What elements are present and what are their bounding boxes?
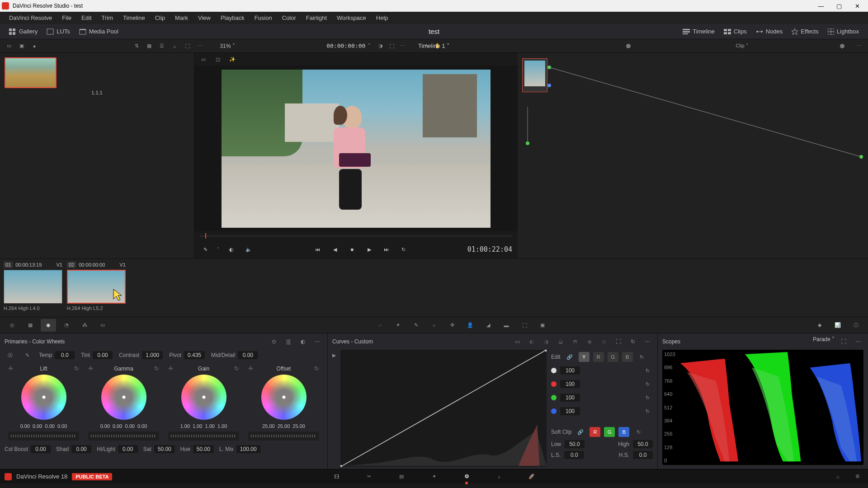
clips-button[interactable]: Clips bbox=[719, 25, 751, 38]
magic-mask-icon[interactable]: 👤 bbox=[462, 319, 478, 332]
lift-reset-icon[interactable]: ↻ bbox=[74, 365, 79, 372]
curves-hvl-icon[interactable]: ◒ bbox=[555, 336, 566, 347]
softclip-b[interactable]: B bbox=[618, 427, 629, 437]
sat-value[interactable]: 50.00 bbox=[154, 445, 175, 453]
media-page-icon[interactable]: 🎞 bbox=[330, 472, 342, 482]
cut-page-icon[interactable]: ✂ bbox=[363, 472, 375, 482]
intensity-red[interactable]: 100 bbox=[560, 380, 580, 388]
viewer-timecode[interactable]: 01:00:22:04 bbox=[467, 245, 512, 253]
gain-reset-icon[interactable]: ↻ bbox=[234, 365, 239, 372]
reset-white-icon[interactable]: ↻ bbox=[642, 365, 653, 376]
bars-mode-icon[interactable]: ||| bbox=[283, 336, 294, 347]
gain-picker-icon[interactable]: ✛ bbox=[168, 365, 173, 372]
3d-icon[interactable]: ▣ bbox=[535, 319, 550, 332]
reset-red-icon[interactable]: ↻ bbox=[642, 379, 653, 389]
gamma-val-3[interactable]: 0.00 bbox=[137, 423, 147, 429]
gamma-reset-icon[interactable]: ↻ bbox=[154, 365, 159, 372]
still-grab-icon[interactable]: ▭ bbox=[4, 41, 14, 52]
node-graph[interactable] bbox=[518, 53, 868, 258]
gallery-button[interactable]: Gallery bbox=[5, 25, 42, 38]
picker-icon[interactable]: ✎ bbox=[200, 244, 211, 255]
menu-file[interactable]: File bbox=[57, 13, 76, 23]
gain-jog[interactable] bbox=[168, 432, 239, 441]
blur-icon[interactable]: ◢ bbox=[481, 319, 496, 332]
project-settings-icon[interactable]: ⚙ bbox=[852, 472, 863, 482]
menu-trim[interactable]: Trim bbox=[97, 13, 118, 23]
curves-expand-icon[interactable]: ⛶ bbox=[613, 336, 624, 347]
loop-button[interactable]: ↻ bbox=[398, 244, 409, 255]
fairlight-page-icon[interactable]: ♪ bbox=[493, 472, 505, 482]
menu-mark[interactable]: Mark bbox=[170, 13, 193, 23]
menu-clip[interactable]: Clip bbox=[151, 13, 170, 23]
timeline-name[interactable]: Timeline 1 ˅ bbox=[418, 42, 450, 49]
zoom-value[interactable]: 31% ˅ bbox=[220, 43, 235, 49]
stop-button[interactable]: ■ bbox=[347, 244, 358, 255]
timeline-button[interactable]: Timeline bbox=[678, 25, 719, 38]
close-button[interactable]: ✕ bbox=[848, 0, 866, 12]
offset-val-1[interactable]: 25.00 bbox=[278, 423, 290, 429]
scopes-mode[interactable]: Parade ˅ bbox=[813, 336, 835, 347]
color-warper-icon[interactable]: ✦ bbox=[390, 319, 406, 332]
gamma-wheel[interactable] bbox=[101, 375, 146, 420]
media-pool-button[interactable]: Media Pool bbox=[75, 25, 123, 38]
bypass-icon[interactable]: ◑ bbox=[375, 41, 386, 52]
luts-button[interactable]: LUTs bbox=[42, 25, 75, 38]
lift-val-3[interactable]: 0.00 bbox=[57, 423, 67, 429]
gamma-picker-icon[interactable]: ✛ bbox=[88, 365, 93, 372]
camera-raw-icon[interactable]: ◎ bbox=[5, 319, 20, 332]
home-icon[interactable]: ⌂ bbox=[832, 472, 844, 482]
dot-icon[interactable]: ● bbox=[29, 41, 40, 52]
log-mode-icon[interactable]: ◐ bbox=[297, 336, 308, 347]
maximize-button[interactable]: ▢ bbox=[830, 0, 848, 12]
viewer-scrubber[interactable] bbox=[194, 231, 518, 240]
hue-value[interactable]: 50.00 bbox=[193, 445, 214, 453]
curves-side-reset-icon[interactable]: ↻ bbox=[637, 352, 647, 362]
gamma-val-1[interactable]: 0.00 bbox=[113, 423, 122, 429]
low-value[interactable]: 50.0 bbox=[565, 440, 585, 448]
play-still-icon[interactable]: ▣ bbox=[16, 41, 27, 52]
node-more-icon[interactable]: ⋯ bbox=[854, 41, 864, 52]
pivot-value[interactable]: 0.435 bbox=[184, 351, 205, 359]
offset-jog[interactable] bbox=[248, 432, 319, 441]
motion-effects-icon[interactable]: ▭ bbox=[95, 319, 110, 332]
softclip-reset-icon[interactable]: ↻ bbox=[633, 427, 644, 437]
curves-lvs-icon[interactable]: ◓ bbox=[570, 336, 580, 347]
curves-more-icon[interactable]: ⋯ bbox=[642, 336, 653, 347]
mute-icon[interactable]: 🔈 bbox=[243, 244, 254, 255]
color-match-icon[interactable]: ▦ bbox=[23, 319, 38, 332]
deliver-page-icon[interactable]: 🚀 bbox=[526, 472, 538, 482]
contrast-value[interactable]: 1.000 bbox=[142, 351, 163, 359]
more-icon[interactable]: ⋯ bbox=[194, 41, 205, 52]
offset-val-2[interactable]: 25.00 bbox=[292, 423, 305, 429]
curves-custom-icon[interactable]: ▭ bbox=[512, 336, 523, 347]
softclip-g[interactable]: G bbox=[604, 427, 615, 437]
channel-y[interactable]: Y bbox=[579, 352, 590, 362]
curves-svs-icon[interactable]: ◉ bbox=[584, 336, 595, 347]
clip-thumbnail[interactable] bbox=[4, 270, 62, 304]
intensity-green[interactable]: 100 bbox=[560, 394, 580, 402]
node-zoom-dot2[interactable] bbox=[840, 44, 844, 48]
viewer-image[interactable] bbox=[194, 66, 518, 231]
clip-item[interactable]: 02 00:00:00:00 V1 H.264 High L5.2 bbox=[67, 262, 126, 314]
fusion-page-icon[interactable]: ✦ bbox=[428, 472, 440, 482]
lightbox-button[interactable]: Lightbox bbox=[823, 25, 863, 38]
shad-value[interactable]: 0.00 bbox=[71, 445, 91, 453]
channel-g[interactable]: G bbox=[608, 352, 618, 362]
gamma-val-2[interactable]: 0.00 bbox=[125, 423, 135, 429]
expand-icon[interactable]: ⛶ bbox=[182, 41, 193, 52]
effects-button[interactable]: Effects bbox=[787, 25, 823, 38]
menu-edit[interactable]: Edit bbox=[77, 13, 96, 23]
color-wheels-icon[interactable]: ◉ bbox=[41, 319, 56, 332]
source-timecode[interactable]: 00:00:00:00 bbox=[326, 42, 365, 49]
intensity-blue[interactable]: 100 bbox=[560, 407, 580, 415]
ls-value[interactable]: 0.0 bbox=[564, 451, 584, 459]
keyframe-icon[interactable]: ◆ bbox=[812, 319, 827, 332]
grid-icon[interactable]: ▦ bbox=[144, 41, 155, 52]
color-page-icon[interactable]: ❂ bbox=[461, 472, 472, 482]
tracker-icon[interactable]: ✜ bbox=[444, 319, 460, 332]
lift-picker-icon[interactable]: ✛ bbox=[8, 365, 13, 372]
curves-svl-icon[interactable]: ◎ bbox=[599, 336, 609, 347]
gamma-jog[interactable] bbox=[88, 432, 159, 441]
lift-jog[interactable] bbox=[8, 432, 79, 441]
temp-value[interactable]: 0.0 bbox=[55, 351, 75, 359]
